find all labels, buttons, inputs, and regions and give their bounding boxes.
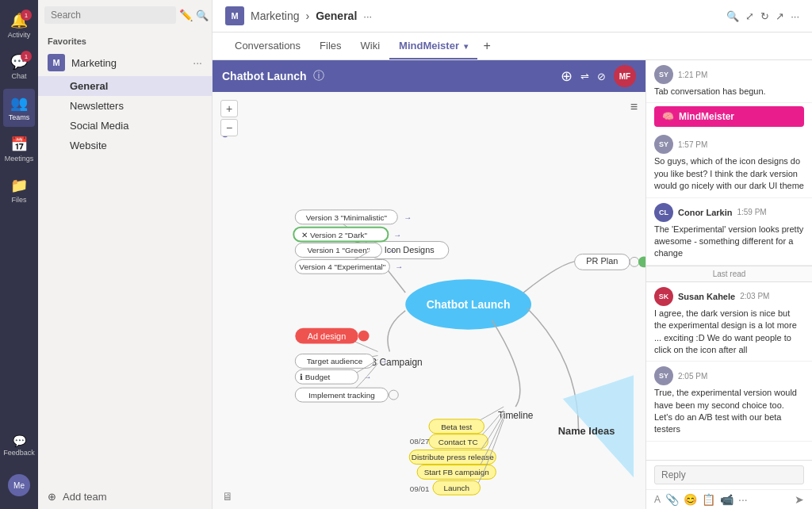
breadcrumb-team: Marketing — [251, 10, 299, 22]
budget-arrow: → — [364, 373, 372, 381]
search-input[interactable] — [44, 6, 176, 24]
contact-label: Contact TC — [439, 438, 478, 446]
msg-avatar-1: SY — [654, 65, 673, 84]
v4-arrow: → — [395, 262, 403, 271]
sidebar-item-teams[interactable]: 👥 Teams — [3, 89, 35, 127]
msg-header-6: SK Susan Kahele 2:03 PM — [654, 287, 804, 306]
tracking-label: Implement tracking — [308, 391, 375, 400]
link-pr-plan — [523, 261, 578, 293]
more-header-icon[interactable]: ··· — [791, 10, 799, 22]
attach-icon[interactable]: 📎 — [665, 493, 679, 506]
channel-item-general[interactable]: General — [38, 76, 212, 96]
teams-label: Teams — [9, 113, 30, 121]
v1-arrow: → — [387, 246, 395, 254]
timeline-label: Timeline — [498, 410, 534, 421]
sidebar-item-files[interactable]: 📁 Files — [3, 171, 35, 209]
zoom-out-button[interactable]: − — [220, 119, 238, 136]
mindmap-title: Chatbot Launch — [222, 70, 307, 82]
more-options-icon[interactable]: ··· — [193, 56, 202, 69]
msg-avatar-3: SY — [654, 135, 673, 154]
tab-mindmeister[interactable]: MindMeister ▾ — [389, 33, 477, 59]
meet-icon[interactable]: 📹 — [720, 493, 733, 506]
chat-panel: SY 1:21 PM Tab conversation has begun. 🧠… — [645, 60, 812, 509]
sidebar-item-chat[interactable]: 1 💬 Chat — [3, 48, 35, 86]
refresh-icon[interactable]: ↻ — [760, 10, 769, 22]
teams-sidebar: ✏️ 🔍 Favorites M Marketing ··· General N… — [38, 0, 213, 509]
search-bar: ✏️ 🔍 — [38, 0, 212, 30]
msg-header-3: SY 1:57 PM — [654, 135, 804, 154]
sticker-icon[interactable]: 📋 — [702, 493, 715, 506]
share-icon[interactable]: ↗ — [776, 10, 784, 22]
connect-icon[interactable]: ⇌ — [580, 71, 589, 82]
header-actions: 🔍 ⤢ ↻ ↗ ··· — [726, 10, 799, 22]
link-name-ideas — [527, 308, 579, 431]
v3-arrow: → — [404, 213, 412, 222]
msg-time-3: 1:57 PM — [678, 140, 707, 149]
msg-text-6: I agree, the dark version is nice but th… — [654, 308, 804, 357]
send-icon[interactable]: ➤ — [795, 493, 804, 506]
chat-message-1: SY 1:21 PM Tab conversation has begun. — [646, 60, 812, 103]
channel-item-newsletters[interactable]: Newsletters — [38, 96, 212, 116]
channel-item-website[interactable]: Website — [38, 136, 212, 155]
tab-files[interactable]: Files — [310, 33, 350, 59]
chevron-down-icon: ▾ — [464, 42, 468, 51]
msg-time-1: 1:21 PM — [678, 71, 707, 79]
channel-item-social-media[interactable]: Social Media — [38, 116, 212, 136]
target-label: Target audience — [307, 357, 363, 365]
user-avatar[interactable]: Me — [8, 474, 30, 496]
mindmeister-card[interactable]: 🧠 MindMeister — [654, 106, 804, 127]
reply-actions: A 📎 😊 📋 📹 ··· ➤ — [646, 489, 812, 509]
add-team-button[interactable]: ⊕ Add team — [38, 484, 212, 509]
tab-conversations[interactable]: Conversations — [225, 33, 310, 59]
central-node-label: Chatbot Launch — [427, 298, 511, 311]
zoom-in-button[interactable]: + — [220, 100, 238, 117]
search-icon[interactable]: 🔍 — [196, 10, 209, 21]
sidebar-item-meetings[interactable]: 📅 Meetings — [3, 130, 35, 168]
more-reply-icon[interactable]: ··· — [738, 493, 748, 506]
msg-avatar-4: CL — [654, 203, 673, 222]
pr-plan-status[interactable] — [638, 256, 645, 267]
chat-message-7: SY 2:05 PM True, the experimental versio… — [646, 362, 812, 442]
beta-label: Beta test — [441, 423, 472, 431]
emoji-icon[interactable]: 😊 — [684, 493, 697, 506]
msg-text-7: True, the experimental version would hav… — [654, 387, 804, 436]
sidebar-item-feedback[interactable]: 💬 Feedback — [3, 427, 35, 465]
pr-plan-toggle[interactable] — [630, 257, 639, 266]
icon-sidebar: 1 🔔 Activity 1 💬 Chat 👥 Teams 📅 Meetings… — [0, 0, 38, 509]
sidebar-item-activity[interactable]: 1 🔔 Activity — [3, 6, 35, 44]
expand-icon[interactable]: ⤢ — [745, 10, 754, 22]
format-icon[interactable]: A — [654, 494, 661, 505]
msg-time-4: 1:59 PM — [737, 208, 766, 216]
msg-avatar-7: SY — [654, 366, 673, 385]
teams-icon: 👥 — [10, 94, 28, 112]
msg-header-7: SY 2:05 PM — [654, 366, 804, 385]
sender-name-6: Susan Kahele — [678, 292, 735, 301]
v2-arrow: → — [393, 231, 401, 239]
last-read-divider: Last read — [646, 266, 812, 282]
restrict-icon[interactable]: ⊘ — [597, 71, 606, 82]
msg-header-4: CL Conor Larkin 1:59 PM — [654, 203, 804, 222]
msg-text-1: Tab conversation has begun. — [654, 86, 804, 98]
fb-campaign-timeline-label: Start FB campaign — [424, 468, 489, 476]
mindmap-canvas: + − ≡ ⊙ 🖥 Chatbot Launch Icon Designs — [213, 92, 645, 509]
info-icon[interactable]: ⓘ — [313, 69, 324, 83]
tab-wiki[interactable]: Wiki — [351, 33, 390, 59]
team-item-marketing[interactable]: M Marketing ··· — [38, 49, 212, 76]
reply-input[interactable] — [654, 465, 804, 484]
add-tab-button[interactable]: + — [477, 33, 497, 59]
channel-more-icon[interactable]: ··· — [363, 10, 372, 22]
sender-name-4: Conor Larkin — [678, 208, 732, 217]
favorites-header: Favorites — [38, 33, 212, 49]
mindmeister-icon: 🧠 — [662, 111, 674, 122]
target-arrow: → — [379, 357, 387, 365]
edit-icon[interactable]: ✏️ — [179, 9, 193, 21]
mindmap-svg: Chatbot Launch Icon Designs Version 3 "M… — [213, 92, 645, 509]
link-fb — [388, 311, 405, 352]
link-timeline — [492, 320, 519, 407]
channel-name-header: General — [316, 10, 357, 22]
tracking-toggle[interactable] — [389, 390, 398, 400]
search-header-icon[interactable]: 🔍 — [726, 10, 739, 22]
add-node-icon[interactable]: ⊕ — [561, 67, 573, 85]
msg-text-3: So guys, which of the icon designs do yo… — [654, 155, 804, 192]
add-team-icon: ⊕ — [48, 491, 56, 503]
